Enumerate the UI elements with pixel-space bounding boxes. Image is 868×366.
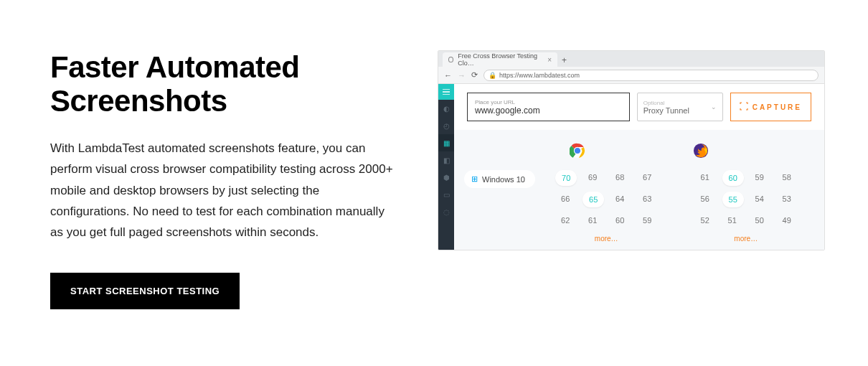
address-input[interactable]: 🔒 https://www.lambdatest.com <box>483 70 819 81</box>
firefox-version-53[interactable]: 53 <box>777 192 797 206</box>
chrome-version-62[interactable]: 62 <box>555 213 575 227</box>
windows-icon: ⊞ <box>471 174 478 184</box>
browser-matrix: ⊞ Windows 10 706968676665646362616059 mo… <box>454 130 824 250</box>
forward-icon[interactable]: → <box>458 71 466 80</box>
chrome-version-70[interactable]: 70 <box>555 170 577 186</box>
chrome-version-67[interactable]: 67 <box>637 170 657 184</box>
chrome-version-63[interactable]: 63 <box>637 192 657 206</box>
app-main: Place your URL www.google.com Optional P… <box>454 84 824 250</box>
firefox-version-50[interactable]: 50 <box>750 213 770 227</box>
firefox-version-55[interactable]: 55 <box>722 192 744 207</box>
chrome-version-65[interactable]: 65 <box>582 192 604 207</box>
browser-icon-row <box>464 143 814 160</box>
url-input[interactable]: Place your URL www.google.com <box>467 93 630 121</box>
capture-label: CAPTURE <box>753 103 802 111</box>
start-testing-button[interactable]: START SCREENSHOT TESTING <box>50 273 240 309</box>
chevron-down-icon: ⌄ <box>711 103 717 111</box>
chrome-version-68[interactable]: 68 <box>610 170 630 184</box>
os-name: Windows 10 <box>482 175 525 184</box>
address-text: https://www.lambdatest.com <box>499 72 580 79</box>
firefox-version-60[interactable]: 60 <box>722 170 744 186</box>
url-value: www.google.com <box>475 105 622 116</box>
firefox-version-58[interactable]: 58 <box>777 170 797 184</box>
os-selector[interactable]: ⊞ Windows 10 <box>464 170 535 188</box>
firefox-icon <box>693 143 709 160</box>
chrome-version-61[interactable]: 61 <box>582 213 603 227</box>
firefox-version-61[interactable]: 61 <box>695 170 715 184</box>
tab-strip: Free Cross Browser Testing Clo… × + <box>438 51 824 67</box>
chrome-version-block: 706968676665646362616059 more… <box>538 170 675 243</box>
sidebar-item-integrations[interactable]: ⬢ <box>438 169 454 186</box>
close-icon[interactable]: × <box>547 56 552 64</box>
sidebar-item-settings[interactable]: ◌ <box>438 203 454 220</box>
firefox-version-49[interactable]: 49 <box>777 213 797 227</box>
tab-title: Free Cross Browser Testing Clo… <box>458 52 543 67</box>
sidebar-item-realtime[interactable]: ◴ <box>438 117 454 134</box>
new-tab-button[interactable]: + <box>562 55 567 67</box>
sidebar-item-responsive[interactable]: ◧ <box>438 151 454 169</box>
reload-icon[interactable]: ⟳ <box>471 70 478 80</box>
firefox-more-link[interactable]: more… <box>734 235 758 243</box>
chrome-version-60[interactable]: 60 <box>610 213 630 227</box>
chrome-version-59[interactable]: 59 <box>637 213 657 227</box>
firefox-version-block: 616059585655545352515049 more… <box>677 170 814 243</box>
lock-icon: 🔒 <box>489 72 496 79</box>
firefox-version-grid: 616059585655545352515049 <box>695 170 797 227</box>
back-icon[interactable]: ← <box>444 71 452 80</box>
chrome-version-grid: 706968676665646362616059 <box>555 170 657 227</box>
browser-frame: Free Cross Browser Testing Clo… × + ← → … <box>438 50 825 250</box>
os-row: ⊞ Windows 10 706968676665646362616059 mo… <box>464 170 814 243</box>
page-heading: Faster Automated Screenshots <box>50 50 395 118</box>
capture-button[interactable]: CAPTURE <box>730 93 811 121</box>
url-placeholder: Place your URL <box>475 99 622 105</box>
firefox-version-52[interactable]: 52 <box>695 213 715 227</box>
firefox-version-51[interactable]: 51 <box>722 213 742 227</box>
chrome-more-link[interactable]: more… <box>595 235 618 243</box>
firefox-version-56[interactable]: 56 <box>695 192 715 206</box>
app-sidebar: ◐ ◴ ▦ ◧ ⬢ ▭ ◌ <box>438 84 454 250</box>
screenshot-form: Place your URL www.google.com Optional P… <box>454 84 824 130</box>
sidebar-item-screenshots[interactable]: ▦ <box>438 134 454 151</box>
address-bar: ← → ⟳ 🔒 https://www.lambdatest.com <box>438 67 824 84</box>
browser-tab[interactable]: Free Cross Browser Testing Clo… × <box>443 52 557 67</box>
capture-icon <box>740 102 748 112</box>
page-body: With LambdaTest automated screenshots fe… <box>50 138 395 243</box>
chrome-version-69[interactable]: 69 <box>582 170 603 184</box>
app-body: ◐ ◴ ▦ ◧ ⬢ ▭ ◌ Place your URL www.google.… <box>438 84 824 250</box>
chrome-version-64[interactable]: 64 <box>610 192 630 206</box>
firefox-version-54[interactable]: 54 <box>750 192 770 206</box>
favicon-icon <box>448 57 453 62</box>
firefox-version-59[interactable]: 59 <box>750 170 770 184</box>
chrome-version-66[interactable]: 66 <box>555 192 575 206</box>
marketing-copy: Faster Automated Screenshots With Lambda… <box>50 50 395 337</box>
proxy-select[interactable]: Optional Proxy Tunnel ⌄ <box>637 93 723 121</box>
embedded-screenshot: Free Cross Browser Testing Clo… × + ← → … <box>438 50 825 337</box>
sidebar-item-logs[interactable]: ▭ <box>438 186 454 203</box>
proxy-value: Proxy Tunnel <box>643 106 717 115</box>
sidebar-item-dashboard[interactable]: ◐ <box>438 100 454 117</box>
hamburger-icon[interactable] <box>438 84 454 100</box>
proxy-label: Optional <box>643 100 717 106</box>
chrome-icon <box>570 143 585 160</box>
